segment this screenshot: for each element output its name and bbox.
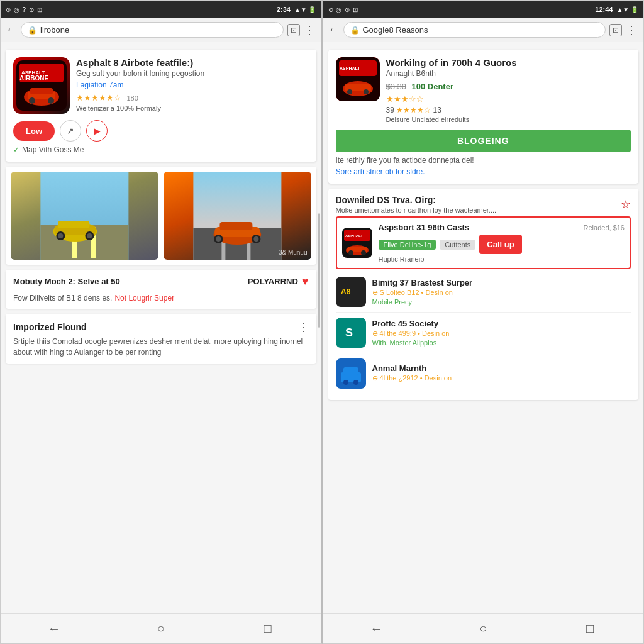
list-title-1-right: Bimitg 37 Brastest Surper (372, 278, 631, 287)
share-button-left[interactable]: ↗ (60, 120, 81, 142)
bottom-nav-left: ← ○ □ (1, 613, 321, 643)
list-price-2-right: With. Mostor Alipplos (372, 339, 631, 347)
svg-point-17 (58, 233, 63, 238)
bottom-nav-right: ← ○ □ (323, 613, 644, 643)
nav-recent-right[interactable]: □ (536, 619, 643, 638)
app-link-left[interactable]: Not Lougrir Super (114, 294, 174, 303)
svg-rect-51 (343, 367, 358, 375)
app-header-card-right: ASPHALT Workilng of in 700h 4 Guoros Ann… (328, 50, 639, 184)
stars-right: ★★★☆☆ (386, 94, 424, 104)
star-count-right-right: 13 (433, 106, 441, 114)
nav-home-right[interactable]: ○ (430, 619, 536, 638)
svg-point-37 (364, 89, 369, 94)
list-price-1-right: Mobile Precy (372, 298, 631, 306)
app-bottom-info-left: Mobuty Moch 2: Selve at 50 POLYARRND ♥ F… (6, 270, 316, 309)
svg-point-8 (48, 97, 54, 104)
youtube-button-left[interactable]: ▶ (86, 120, 108, 142)
url-input-right[interactable]: 🔒 Google8 Reasons (343, 22, 606, 38)
status-icons-left: ⊙ ◎ ? ⊙ ⊡ (6, 6, 43, 13)
section-right: Downiled DS Trva. Oirg: Moke umeitomates… (328, 189, 639, 400)
price-current-right: 100 Denter (412, 82, 453, 91)
status-icons-right-left: ▲▼ 🔋 (294, 6, 316, 13)
url-text-right: Google8 Reasons (363, 25, 428, 35)
app-dev-left: Lagiation 7am (76, 80, 309, 89)
list-item-2-right[interactable]: S Proffc 45 Society ⊕ 4l the 499:9 • Des… (336, 313, 631, 353)
list-item-1-right[interactable]: A8 Bimitg 37 Brastest Surper ⊕ S Lolteo.… (336, 272, 631, 313)
url-input-left[interactable]: 🔒 lirobone (21, 22, 284, 38)
nav-back-left[interactable]: ← (1, 619, 108, 638)
qr-icon-left[interactable]: ⊡ (287, 24, 300, 36)
verified-text-left: Map Vith Goss Me (22, 145, 84, 154)
back-button-left[interactable]: ← (6, 23, 17, 36)
highlighted-icon-right: ASPHALT (342, 228, 372, 258)
svg-point-30 (253, 236, 258, 242)
section-left: Imporized Flound ⋮ Srtiple thiis Comolad… (6, 314, 316, 364)
svg-text:ASPHALT: ASPHALT (345, 234, 363, 238)
list-icon-1-right: A8 (336, 277, 366, 307)
svg-text:ASPHALT: ASPHALT (340, 66, 360, 70)
list-title-3-right: Anmal Marnth (372, 364, 631, 373)
scrollbar-left[interactable] (318, 213, 320, 328)
star-icon-right: ☆ (621, 197, 631, 211)
section-sub-right: Moke umeitomates to r carthon loy the wa… (336, 206, 497, 214)
list-meta-2-right: ⊕ 4l the 499:9 • Desin on (372, 330, 631, 338)
svg-rect-6 (30, 88, 53, 94)
heart-icon-left: ♥ (302, 275, 309, 288)
star-count-left: 180 (126, 94, 138, 102)
screenshot-1-left[interactable] (11, 172, 158, 260)
app-subtitle-left: Geg sult your bolon it loning pegostion (76, 69, 309, 78)
highlighted-price-right: Reladed, $16 (584, 224, 625, 231)
highlighted-item-right[interactable]: ASPHALT Aspsbort 31 96th Casts Reladed, … (336, 216, 631, 269)
status-time-left: 2:34 (277, 6, 291, 13)
app-meta-left: Weltenizer a 100% Formaly (76, 104, 309, 112)
install-button-right[interactable]: BLOGEING (336, 130, 631, 152)
app-desc-left: Fow Diliveits of B1 8 dens es. (13, 293, 112, 304)
menu-icon-right[interactable]: ⋮ (626, 23, 638, 37)
list-meta-1-right: ⊕ S Lolteo.B12 • Desin on (372, 289, 631, 297)
nav-back-right[interactable]: ← (323, 619, 430, 638)
nav-home-left[interactable]: ○ (108, 619, 214, 638)
list-item-3-right[interactable]: Anmal Marnth ⊕ 4l the ¿2912 • Desin on (336, 353, 631, 394)
app-meta-right: Delsure Unclated eirreduits (386, 116, 631, 123)
svg-text:A8: A8 (341, 287, 351, 296)
bar-grey-right: Cuttents (440, 240, 475, 250)
stars-left: ★★★★★☆ (76, 93, 121, 103)
section-title-right: Downiled DS Trva. Oirg: (336, 195, 497, 205)
svg-point-36 (347, 89, 352, 94)
install-sub-right: Ite rethly fire you fa actiode donnepta … (336, 156, 631, 165)
list-icon-3-right (336, 358, 366, 389)
install-button-left[interactable]: Low (13, 121, 55, 141)
app-title-left: Asphalt 8 Airbote featfile:) (76, 57, 309, 68)
url-text-left: lirobone (40, 25, 69, 35)
app-icon-left: ASPHALT AIRBONE (13, 57, 70, 114)
verified-badge-left: ✓ Map Vith Goss Me (13, 145, 309, 154)
status-icons-left-right: ⊙ ◎ ⊙ ⊡ (328, 6, 358, 13)
bar-green-right: Flive Deliine-1g (379, 240, 436, 250)
svg-point-7 (29, 97, 35, 104)
list-meta-3-right: ⊕ 4l the ¿2912 • Desin on (372, 374, 631, 382)
section-desc-left: Srtiple thiis Comolad ooogle pewrenizes … (13, 336, 309, 358)
svg-point-19 (87, 233, 92, 238)
call-up-button-right[interactable]: Call up (479, 235, 521, 254)
status-bar-right: ⊙ ◎ ⊙ ⊡ 12:44 ▲▼ 🔋 (323, 1, 644, 18)
stars-small-right: ★★★★☆ (396, 106, 433, 114)
nav-recent-left[interactable]: □ (214, 619, 321, 638)
app-header-card-left: ASPHALT AIRBONE Asphalt 8 Airbote featfi… (6, 50, 316, 162)
screenshots-left: 3& Munuu (6, 167, 316, 265)
status-icons-right-right: ▲▼ 🔋 (616, 6, 638, 13)
list-title-2-right: Proffc 45 Society (372, 319, 631, 328)
address-bar-right: ← 🔒 Google8 Reasons ⊡ ⋮ (323, 18, 644, 42)
lock-icon-left: 🔒 (28, 26, 37, 35)
qr-icon-right[interactable]: ⊡ (609, 24, 622, 36)
svg-text:S: S (345, 326, 353, 339)
section-menu-left[interactable]: ⋮ (297, 320, 309, 334)
menu-icon-left[interactable]: ⋮ (304, 23, 316, 37)
label-left-left: Mobuty Moch 2: Selve at 50 (13, 277, 120, 286)
install-link-right[interactable]: Sore arti stner ob for sldre. (336, 167, 631, 176)
back-button-right[interactable]: ← (328, 23, 340, 36)
screenshot-2-left[interactable]: 3& Munuu (164, 172, 311, 260)
highlighted-sub-right: Huptic Rraneip (379, 255, 625, 263)
star-count-left-right: 39 (386, 106, 394, 114)
svg-rect-15 (58, 221, 89, 228)
lock-icon-right: 🔒 (350, 26, 360, 35)
